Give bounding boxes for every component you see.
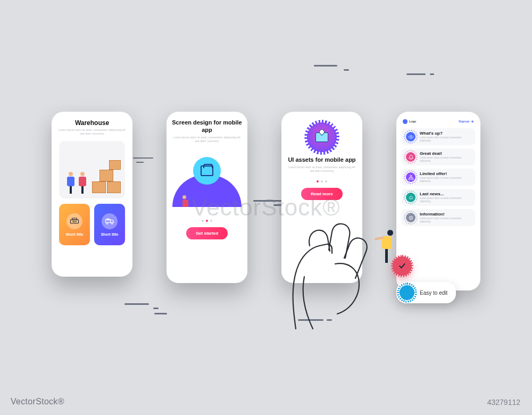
warehouse-illustration	[59, 141, 125, 198]
list-item[interactable]: What's up?Lorem ipsum dolor sit amet con…	[402, 128, 475, 145]
watermark-vendor: VectorStock®	[11, 397, 64, 406]
svg-rect-7	[409, 178, 410, 180]
list-item-desc: Lorem ipsum dolor sit amet consectetur a…	[420, 156, 472, 163]
list-item-desc: Lorem ipsum dolor sit amet consectetur a…	[420, 197, 472, 203]
svg-text:TAXI: TAXI	[72, 221, 77, 223]
svg-rect-8	[411, 178, 413, 180]
list-item[interactable]: Limited offer!Lorem ipsum dolor sit amet…	[402, 169, 475, 186]
pagination-dots	[287, 180, 357, 182]
list-item[interactable]: Last news...Lorem ipsum dolor sit amet c…	[402, 189, 475, 206]
svg-rect-6	[410, 175, 411, 177]
list-item-desc: Lorem ipsum dolor sit amet consectetur a…	[420, 177, 472, 183]
svg-rect-1	[72, 218, 77, 220]
package-icon	[193, 157, 221, 185]
phone-mockup-uiassets: UI assets for mobile app Lorem ipsum dol…	[281, 112, 362, 283]
svg-point-3	[106, 222, 108, 224]
tile-taxi-label: Short title	[66, 233, 84, 236]
svg-point-10	[410, 217, 411, 218]
bell-icon	[405, 151, 417, 163]
phone1-title: Warehouse	[57, 119, 127, 127]
get-started-button[interactable]: Get started	[186, 227, 228, 239]
package-illustration	[172, 147, 242, 217]
hands-icon	[405, 192, 417, 203]
list-item[interactable]: Information!Lorem ipsum dolor sit amet c…	[402, 209, 475, 226]
svg-point-5	[410, 136, 411, 137]
tile-bell-truck[interactable]: Short title	[94, 204, 125, 245]
stamp-icon	[405, 212, 417, 223]
phone3-subtitle: Lorem ipsum dolor sit amet, consectetur …	[287, 165, 357, 173]
taxi-icon: TAXI	[66, 213, 82, 229]
phone2-title: Screen design for mobile app	[172, 119, 242, 134]
bell-truck-icon	[102, 213, 118, 229]
map-pin-badge-icon	[307, 122, 337, 152]
svg-point-4	[111, 222, 113, 224]
phone-mockup-screendesign: Screen design for mobile app Lorem ipsum…	[167, 112, 247, 283]
list-item-desc: Lorem ipsum dolor sit amet consectetur a…	[420, 217, 472, 223]
tile-taxi[interactable]: TAXI Short title	[59, 204, 90, 245]
easy-to-edit-label: Easy to edit	[420, 290, 447, 296]
read-more-button[interactable]: Read more	[301, 188, 342, 200]
arrow-icon	[470, 120, 474, 123]
list-item-label: Great deal!	[420, 151, 472, 156]
svg-point-9	[409, 216, 413, 220]
signup-link[interactable]: Signup	[459, 120, 474, 123]
list-item-label: Limited offer!	[420, 171, 472, 176]
tile-bell-label: Short title	[101, 233, 119, 236]
list-item-label: Last news...	[420, 192, 472, 196]
list-item[interactable]: Great deal!Lorem ipsum dolor sit amet co…	[402, 148, 475, 165]
phone2-subtitle: Lorem ipsum dolor sit amet, consectetur …	[172, 136, 242, 143]
phone-mockup-warehouse: Warehouse Lorem ipsum dolor sit amet, co…	[52, 112, 132, 277]
logo: Logo	[403, 119, 416, 124]
list-item-label: What's up?	[420, 131, 472, 136]
phone1-subtitle: Lorem ipsum dolor sit amet, consectetur …	[57, 128, 127, 136]
watermark-id: 43279112	[487, 398, 520, 406]
phone3-title: UI assets for mobile app	[287, 156, 357, 164]
list-item-desc: Lorem ipsum dolor sit amet consectetur a…	[420, 136, 472, 143]
checkmark-badge-icon	[393, 256, 412, 276]
easy-to-edit-badge: High Quality Easy to edit	[396, 282, 456, 303]
list-item-label: Information!	[420, 212, 472, 217]
pagination-dots	[172, 220, 242, 222]
quality-medal-icon: High Quality	[398, 284, 415, 301]
eye-icon	[405, 131, 417, 143]
network-icon	[405, 171, 417, 183]
